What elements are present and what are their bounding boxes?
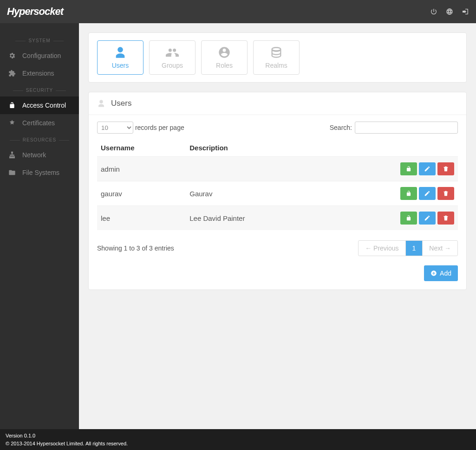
sitemap-icon	[8, 151, 16, 159]
power-icon[interactable]	[430, 8, 437, 15]
signout-icon[interactable]	[462, 8, 469, 15]
sidebar-item-label: File Systems	[22, 169, 59, 176]
table-row: admin	[97, 157, 458, 181]
trash-icon	[443, 190, 449, 197]
usercircle-icon	[218, 46, 231, 59]
tab-realms[interactable]: Realms	[253, 40, 300, 75]
pencil-icon	[424, 166, 430, 172]
sidebar-item-label: Configuration	[22, 52, 61, 59]
sidebar-item-certificates[interactable]: Certificates	[0, 114, 79, 132]
sidebar-section-label: SECURITY	[0, 88, 79, 93]
row-edit-button[interactable]	[419, 212, 436, 225]
tab-label: Users	[112, 62, 129, 69]
row-unlock-button[interactable]	[400, 162, 417, 175]
page-length: 10 records per page	[97, 122, 184, 134]
row-edit-button[interactable]	[419, 162, 436, 175]
trash-icon	[443, 166, 449, 172]
cell-description	[186, 157, 321, 181]
topbar-actions	[430, 8, 469, 15]
unlock-icon	[405, 190, 412, 197]
certificate-icon	[8, 119, 16, 127]
panel-header: Users	[89, 92, 466, 115]
users-table: Username Description admingauravGauravle…	[97, 139, 458, 230]
table-info: Showing 1 to 3 of 3 entries	[97, 244, 174, 252]
user-icon	[114, 46, 127, 59]
sidebar-item-label: Extensions	[22, 70, 54, 77]
table-row: gauravGaurav	[97, 181, 458, 206]
globe-icon[interactable]	[446, 8, 453, 15]
sidebar-item-configuration[interactable]: Configuration	[0, 47, 79, 64]
row-edit-button[interactable]	[419, 187, 436, 200]
col-description[interactable]: Description	[186, 139, 321, 157]
row-delete-button[interactable]	[437, 162, 454, 175]
users-icon	[166, 46, 179, 59]
sidebar-item-label: Certificates	[22, 119, 55, 127]
folder-icon	[8, 169, 16, 176]
cell-username: lee	[97, 206, 186, 231]
row-unlock-button[interactable]	[400, 212, 417, 225]
cell-username: gaurav	[97, 181, 186, 206]
tab-card: UsersGroupsRolesRealms	[88, 32, 467, 83]
page-length-label: records per page	[135, 124, 184, 131]
users-panel: Users 10 records per page Search: Userna…	[88, 92, 467, 290]
search-label: Search:	[330, 124, 352, 131]
database-icon	[270, 46, 283, 59]
row-unlock-button[interactable]	[400, 187, 417, 200]
pencil-icon	[424, 190, 430, 197]
brand-logo: Hypersocket	[7, 6, 63, 18]
pager-page-1[interactable]: 1	[405, 241, 423, 256]
topbar: Hypersocket	[0, 0, 476, 23]
col-username[interactable]: Username	[97, 139, 186, 157]
unlock-icon	[405, 215, 412, 221]
trash-icon	[443, 215, 449, 221]
pager: ← Previous 1 Next →	[358, 240, 458, 256]
table-row: leeLee David Painter	[97, 206, 458, 231]
sidebar-item-label: Access Control	[22, 102, 66, 109]
row-delete-button[interactable]	[437, 212, 454, 225]
add-button[interactable]: Add	[424, 265, 458, 281]
panel-title: Users	[111, 99, 131, 108]
pencil-icon	[424, 215, 430, 221]
sidebar-section-label: RESOURCES	[0, 137, 79, 142]
main-content: UsersGroupsRolesRealms Users 10 records …	[79, 23, 476, 431]
tab-label: Groups	[162, 62, 183, 69]
tab-groups[interactable]: Groups	[149, 40, 196, 75]
tab-users[interactable]: Users	[97, 40, 143, 75]
row-delete-button[interactable]	[437, 187, 454, 200]
pager-prev[interactable]: ← Previous	[359, 241, 405, 256]
tab-label: Roles	[216, 62, 233, 69]
sidebar-item-file-systems[interactable]: File Systems	[0, 164, 79, 181]
sidebar-item-extensions[interactable]: Extensions	[0, 64, 79, 82]
cell-username: admin	[97, 157, 186, 181]
cell-description: Gaurav	[186, 181, 321, 206]
add-button-label: Add	[440, 270, 451, 277]
puzzle-icon	[8, 70, 16, 77]
search-input[interactable]	[355, 122, 458, 134]
cell-description: Lee David Painter	[186, 206, 321, 231]
sidebar: SYSTEMConfigurationExtensionsSECURITYAcc…	[0, 23, 79, 431]
footer-version: Version 0.1.0	[6, 432, 470, 440]
plus-circle-icon	[430, 270, 437, 276]
user-icon	[97, 99, 105, 108]
unlock-icon	[8, 102, 16, 109]
sidebar-item-label: Network	[22, 151, 46, 159]
page-length-select[interactable]: 10	[97, 122, 133, 134]
unlock-icon	[405, 166, 412, 172]
sidebar-item-access-control[interactable]: Access Control	[0, 96, 79, 114]
pager-next[interactable]: Next →	[422, 241, 457, 256]
sidebar-item-network[interactable]: Network	[0, 146, 79, 164]
tab-label: Realms	[265, 62, 287, 69]
gear-icon	[8, 52, 16, 59]
footer: Version 0.1.0 © 2013-2014 Hypersocket Li…	[0, 429, 476, 450]
footer-copyright: © 2013-2014 Hypersocket Limited. All rig…	[6, 440, 470, 448]
sidebar-section-label: SYSTEM	[0, 38, 79, 43]
tab-roles[interactable]: Roles	[201, 40, 248, 75]
